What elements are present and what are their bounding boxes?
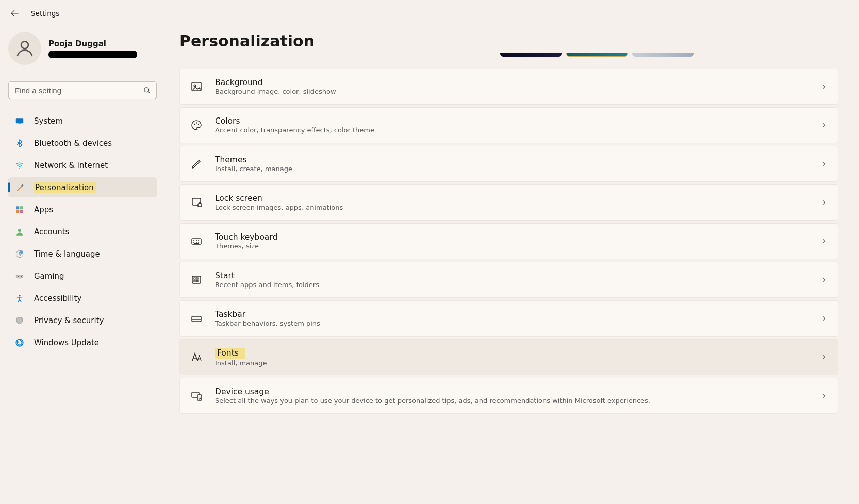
nav-item-update[interactable]: Windows Update [8, 332, 157, 352]
clock-icon [14, 249, 25, 259]
nav-label: Time & language [34, 249, 100, 259]
person-icon [14, 227, 25, 237]
chevron-right-icon [820, 276, 828, 283]
setting-row-fonts[interactable]: FontsInstall, manage [179, 339, 838, 375]
setting-row-start[interactable]: StartRecent apps and items, folders [179, 262, 838, 298]
nav-label: Accounts [34, 227, 69, 237]
nav-label: Personalization [34, 182, 96, 193]
nav-label: System [34, 116, 63, 126]
nav-item-accounts[interactable]: Accounts [8, 222, 157, 242]
theme-preview-strip [179, 53, 838, 57]
nav-item-personalization[interactable]: Personalization [8, 177, 157, 197]
device-usage-icon [189, 389, 204, 403]
setting-title: Background [215, 78, 820, 87]
image-icon [189, 79, 204, 94]
nav-item-bluetooth[interactable]: Bluetooth & devices [8, 133, 157, 153]
svg-point-0 [21, 41, 28, 48]
chevron-right-icon [820, 83, 828, 90]
setting-row-lockscreen[interactable]: Lock screenLock screen images, apps, ani… [179, 184, 838, 221]
setting-desc: Install, manage [215, 359, 820, 367]
search-box[interactable] [8, 81, 157, 99]
avatar [8, 32, 41, 65]
fonts-icon [189, 350, 204, 364]
setting-row-background[interactable]: BackgroundBackground image, color, slide… [179, 69, 838, 105]
main-content: Personalization BackgroundBackground ima… [165, 27, 859, 504]
nav-item-gaming[interactable]: Gaming [8, 266, 157, 286]
setting-row-taskbar[interactable]: TaskbarTaskbar behaviors, system pins [179, 300, 838, 337]
nav-list: SystemBluetooth & devicesNetwork & inter… [8, 111, 157, 352]
setting-desc: Background image, color, slideshow [215, 88, 820, 95]
chevron-right-icon [820, 122, 828, 129]
sidebar: Pooja Duggal SystemBluetooth & devicesNe… [0, 27, 165, 504]
accessibility-icon [14, 293, 25, 304]
chevron-right-icon [820, 315, 828, 322]
start-icon [189, 273, 204, 287]
wifi-icon [14, 160, 25, 171]
shield-icon [14, 315, 25, 326]
setting-row-themes[interactable]: ThemesInstall, create, manage [179, 146, 838, 182]
settings-list: BackgroundBackground image, color, slide… [179, 69, 838, 414]
brush-icon [14, 182, 25, 193]
setting-desc: Recent apps and items, folders [215, 281, 820, 289]
app-title: Settings [31, 9, 59, 18]
palette-icon [189, 118, 204, 132]
system-icon [14, 116, 25, 126]
setting-title: Fonts [215, 348, 245, 359]
nav-item-system[interactable]: System [8, 111, 157, 131]
profile-block[interactable]: Pooja Duggal [8, 30, 157, 72]
svg-point-1 [144, 88, 149, 92]
profile-name: Pooja Duggal [48, 39, 157, 48]
setting-desc: Install, create, manage [215, 165, 820, 173]
back-arrow-icon [10, 9, 19, 18]
nav-label: Accessibility [34, 294, 81, 303]
title-bar: Settings [0, 0, 859, 27]
apps-icon [14, 205, 25, 215]
back-button[interactable] [9, 8, 20, 19]
nav-label: Gaming [34, 272, 64, 281]
setting-title: Lock screen [215, 194, 820, 203]
setting-desc: Lock screen images, apps, animations [215, 204, 820, 211]
nav-item-privacy[interactable]: Privacy & security [8, 310, 157, 330]
setting-desc: Accent color, transparency effects, colo… [215, 126, 820, 134]
nav-label: Bluetooth & devices [34, 139, 112, 148]
person-icon [14, 38, 35, 59]
keyboard-icon [189, 234, 204, 248]
setting-title: Touch keyboard [215, 232, 820, 242]
nav-item-network[interactable]: Network & internet [8, 155, 157, 175]
setting-title: Device usage [215, 387, 820, 396]
theme-thumb-2[interactable] [566, 53, 628, 57]
nav-item-accessibility[interactable]: Accessibility [8, 288, 157, 308]
chevron-right-icon [820, 354, 828, 361]
setting-title: Themes [215, 155, 820, 164]
setting-row-touchkeyboard[interactable]: Touch keyboardThemes, size [179, 223, 838, 259]
update-icon [14, 338, 25, 348]
chevron-right-icon [820, 199, 828, 206]
setting-desc: Themes, size [215, 242, 820, 250]
setting-row-deviceusage[interactable]: Device usageSelect all the ways you plan… [179, 378, 838, 414]
chevron-right-icon [820, 392, 828, 399]
chevron-right-icon [820, 160, 828, 167]
search-icon [143, 87, 151, 94]
setting-desc: Taskbar behaviors, system pins [215, 320, 820, 327]
setting-title: Start [215, 271, 820, 280]
page-title: Personalization [179, 32, 838, 50]
theme-thumb-3[interactable] [632, 53, 694, 57]
pen-icon [189, 157, 204, 171]
lock-screen-icon [189, 195, 204, 210]
setting-desc: Select all the ways you plan to use your… [215, 397, 820, 405]
search-button[interactable] [143, 87, 151, 94]
nav-item-apps[interactable]: Apps [8, 199, 157, 220]
profile-email-redacted [48, 51, 137, 58]
nav-label: Windows Update [34, 338, 99, 347]
search-input[interactable] [15, 86, 143, 95]
setting-title: Colors [215, 116, 820, 126]
nav-item-time[interactable]: Time & language [8, 244, 157, 264]
theme-thumb-1[interactable] [500, 53, 562, 57]
gamepad-icon [14, 271, 25, 281]
setting-title: Taskbar [215, 310, 820, 319]
chevron-right-icon [820, 238, 828, 245]
taskbar-icon [189, 311, 204, 326]
bluetooth-icon [14, 138, 25, 148]
nav-label: Network & internet [34, 161, 108, 170]
setting-row-colors[interactable]: ColorsAccent color, transparency effects… [179, 107, 838, 143]
